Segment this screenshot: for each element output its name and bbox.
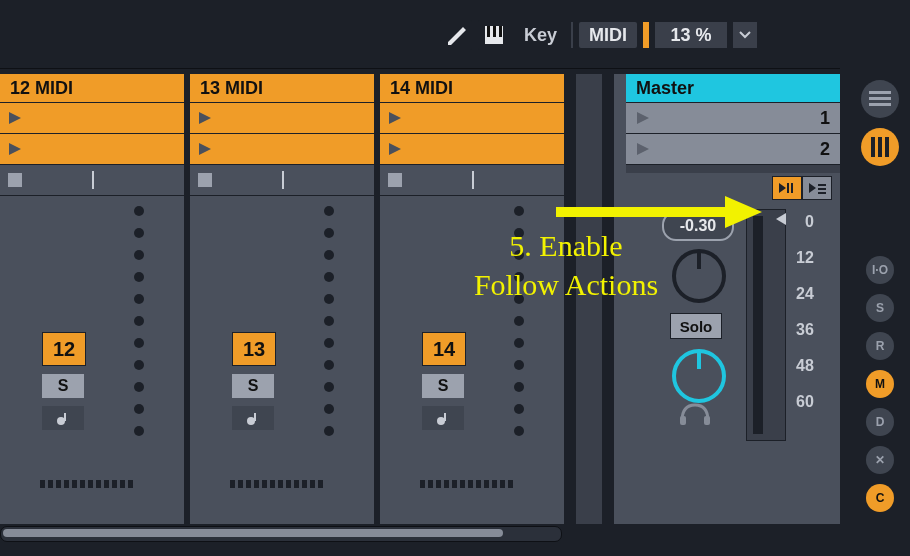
clip-slot[interactable] bbox=[190, 134, 374, 165]
solo-button[interactable]: S bbox=[42, 374, 84, 398]
svg-rect-9 bbox=[444, 413, 446, 421]
svg-rect-13 bbox=[818, 188, 826, 190]
track-14: 14 MIDI 14 S bbox=[380, 74, 570, 524]
play-icon bbox=[8, 111, 22, 125]
record-arm-button[interactable] bbox=[422, 406, 464, 430]
db-tick: 0 bbox=[796, 213, 814, 231]
stop-slot[interactable] bbox=[190, 165, 374, 196]
scrollbar-thumb[interactable] bbox=[3, 529, 503, 537]
master-pan-knob[interactable] bbox=[672, 249, 726, 303]
master-solo-button[interactable]: Solo bbox=[670, 313, 722, 339]
scene-launch-1[interactable]: 1 bbox=[626, 103, 840, 134]
stop-icon bbox=[8, 173, 22, 187]
svg-rect-19 bbox=[869, 103, 891, 106]
record-arm-button[interactable] bbox=[42, 406, 84, 430]
play-icon bbox=[198, 142, 212, 156]
track-header[interactable]: 13 MIDI bbox=[190, 74, 374, 103]
top-toolbar: Key MIDI 13 % bbox=[440, 18, 757, 52]
midi-map-button[interactable]: MIDI bbox=[579, 22, 637, 48]
cpu-percent-value[interactable]: 13 % bbox=[655, 22, 727, 48]
svg-rect-21 bbox=[878, 137, 882, 157]
sends-section-button[interactable]: S bbox=[866, 294, 894, 322]
solo-button[interactable]: S bbox=[232, 374, 274, 398]
stop-slot[interactable] bbox=[0, 165, 184, 196]
send-dots bbox=[134, 206, 144, 436]
columns-icon bbox=[871, 137, 889, 157]
key-map-label[interactable]: Key bbox=[516, 21, 565, 49]
piano-keys-icon bbox=[483, 24, 505, 46]
follow-actions-enable-button[interactable] bbox=[772, 176, 802, 200]
ruler-tick bbox=[472, 171, 474, 189]
clip-slot[interactable] bbox=[0, 134, 184, 165]
io-section-button[interactable]: I·O bbox=[866, 256, 894, 284]
crossfade-section-button[interactable]: ✕ bbox=[866, 446, 894, 474]
mini-meter bbox=[420, 480, 513, 488]
delay-section-button[interactable]: D bbox=[866, 408, 894, 436]
clip-slot[interactable] bbox=[380, 103, 564, 134]
follow-actions-icon bbox=[777, 181, 797, 195]
send-dots bbox=[514, 206, 524, 436]
horizontal-scrollbar[interactable] bbox=[0, 526, 562, 542]
scene-number: 1 bbox=[820, 108, 830, 129]
piano-roll-button[interactable] bbox=[478, 20, 510, 50]
stop-icon bbox=[388, 173, 402, 187]
svg-point-4 bbox=[57, 417, 65, 425]
svg-rect-12 bbox=[818, 184, 826, 186]
columns-button[interactable] bbox=[861, 128, 899, 166]
scene-number: 2 bbox=[820, 139, 830, 160]
db-tick: 24 bbox=[796, 285, 814, 303]
track-12: 12 MIDI 12 S bbox=[0, 74, 190, 524]
play-list-icon bbox=[807, 181, 827, 195]
track-activator[interactable]: 14 bbox=[422, 332, 466, 366]
note-icon bbox=[245, 410, 261, 426]
db-tick: 12 bbox=[796, 249, 814, 267]
follow-actions-row bbox=[626, 173, 840, 203]
svg-rect-15 bbox=[680, 416, 686, 425]
track-header[interactable]: 12 MIDI bbox=[0, 74, 184, 103]
solo-button[interactable]: S bbox=[422, 374, 464, 398]
svg-rect-7 bbox=[254, 413, 256, 421]
track-activator[interactable]: 13 bbox=[232, 332, 276, 366]
svg-rect-17 bbox=[869, 91, 891, 94]
cpu-meter bbox=[643, 22, 649, 48]
master-track: Master 1 2 -0.30 Solo bbox=[602, 74, 840, 524]
track-header[interactable]: 14 MIDI bbox=[380, 74, 564, 103]
track-13: 13 MIDI 13 S bbox=[190, 74, 380, 524]
scene-launch-2[interactable]: 2 bbox=[626, 134, 840, 165]
cpu-dropdown[interactable] bbox=[733, 22, 757, 48]
send-dots bbox=[324, 206, 334, 436]
menu-button[interactable] bbox=[861, 80, 899, 118]
db-scale: 0 12 24 36 48 60 bbox=[796, 213, 814, 411]
back-to-arrangement-button[interactable] bbox=[802, 176, 832, 200]
record-arm-button[interactable] bbox=[232, 406, 274, 430]
returns-section-button[interactable]: R bbox=[866, 332, 894, 360]
clip-slot[interactable] bbox=[190, 103, 374, 134]
master-meter[interactable] bbox=[746, 209, 786, 441]
toolbar-divider bbox=[571, 22, 573, 48]
cue-volume-knob[interactable] bbox=[672, 349, 726, 403]
svg-rect-16 bbox=[704, 416, 710, 425]
track-activator[interactable]: 12 bbox=[42, 332, 86, 366]
track-mixer: 13 S bbox=[190, 196, 374, 496]
fader-handle-icon bbox=[773, 212, 787, 226]
svg-rect-18 bbox=[869, 97, 891, 100]
clip-slot[interactable] bbox=[380, 134, 564, 165]
svg-point-6 bbox=[247, 417, 255, 425]
stop-slot[interactable] bbox=[380, 165, 564, 196]
master-volume-readout[interactable]: -0.30 bbox=[662, 211, 734, 241]
play-icon bbox=[8, 142, 22, 156]
mixer-section-button[interactable]: M bbox=[866, 370, 894, 398]
svg-rect-11 bbox=[791, 183, 793, 193]
svg-rect-2 bbox=[493, 26, 496, 37]
chevron-down-icon bbox=[739, 31, 751, 39]
master-header[interactable]: Master bbox=[626, 74, 840, 103]
performance-section-button[interactable]: C bbox=[866, 484, 894, 512]
scene-divider bbox=[626, 165, 840, 173]
draw-mode-button[interactable] bbox=[440, 20, 472, 50]
svg-rect-14 bbox=[818, 192, 826, 194]
db-tick: 36 bbox=[796, 321, 814, 339]
mini-meter bbox=[230, 480, 323, 488]
clip-slot[interactable] bbox=[0, 103, 184, 134]
db-tick: 48 bbox=[796, 357, 814, 375]
track-mixer: 12 S bbox=[0, 196, 184, 496]
